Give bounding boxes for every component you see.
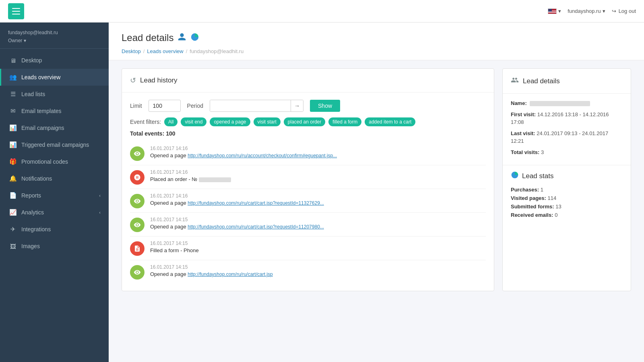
- event-eye-icon: [130, 265, 144, 280]
- sidebar-item-triggered-email-campaigns[interactable]: 📊 Triggered email campaigns: [0, 136, 109, 153]
- lead-stats-body: Purchases: 1 Visited pages: 114 Submitte…: [503, 184, 631, 226]
- main-content: Lead details Desktop / Leads overview /: [109, 23, 644, 362]
- breadcrumb-sep1: /: [143, 48, 145, 54]
- event-eye-icon: [130, 218, 144, 232]
- show-button[interactable]: Show: [310, 100, 340, 112]
- event-link[interactable]: http://fundayshop.com/ru/ru/cart/cart.js…: [188, 200, 324, 206]
- event-eye-icon: [130, 146, 144, 161]
- sidebar-item-integrations[interactable]: ✈ Integrations: [0, 221, 109, 238]
- hamburger-button[interactable]: [8, 3, 24, 19]
- period-arrow-icon[interactable]: →: [291, 100, 303, 111]
- leads-overview-icon: 👥: [9, 74, 17, 81]
- submitted-forms-label: Submitted forms:: [511, 204, 554, 210]
- history-icon: ↺: [130, 76, 136, 85]
- period-input[interactable]: [210, 100, 291, 111]
- event-time: 16.01.2017 14:15: [150, 217, 486, 222]
- event-time: 16.01.2017 14:16: [150, 193, 486, 199]
- event-filters-row: Event filters: All visit end opened a pa…: [130, 117, 486, 126]
- sidebar-item-label-reports: Reports: [21, 192, 41, 199]
- total-visits-value: 3: [541, 149, 544, 155]
- limit-label: Limit: [130, 103, 142, 109]
- desktop-icon: 🖥: [9, 57, 17, 64]
- sidebar-item-analytics[interactable]: 📈 Analytics ‹: [0, 204, 109, 221]
- total-events: Total events: 100: [130, 130, 486, 137]
- breadcrumb-leads-overview[interactable]: Leads overview: [147, 48, 183, 54]
- event-link[interactable]: http://fundayshop.com/ru/ru/account/chec…: [188, 153, 337, 158]
- event-content: 16.01.2017 14:16 Opened a page http://fu…: [150, 193, 486, 206]
- event-eye-icon: [130, 194, 144, 208]
- flag-chevron: ▾: [558, 8, 561, 14]
- sidebar-user-role[interactable]: Owner: [8, 38, 26, 43]
- event-desc: Opened a page http://fundayshop.com/ru/r…: [150, 224, 486, 230]
- lead-first-visit-row: First visit: 14.12.2016 13:18 - 14.12.20…: [511, 111, 623, 126]
- limit-input[interactable]: [149, 100, 181, 112]
- filter-opened-page[interactable]: opened a page: [210, 117, 250, 126]
- page-header: Lead details Desktop / Leads overview /: [109, 23, 644, 60]
- breadcrumb: Desktop / Leads overview / fundayshop@le…: [122, 48, 631, 60]
- integrations-icon: ✈: [9, 226, 17, 233]
- hamburger-line1: [12, 8, 20, 9]
- sidebar-item-notifications[interactable]: 🔔 Notifications: [0, 170, 109, 187]
- sidebar-item-lead-lists[interactable]: ☰ Lead lists: [0, 86, 109, 103]
- lead-history-body: Limit Period → Show Event filters: All: [122, 93, 494, 291]
- total-events-label: Total events:: [130, 130, 164, 137]
- sidebar-item-label-notifications: Notifications: [21, 175, 52, 182]
- lead-details-icon: [511, 76, 519, 86]
- filter-visit-start[interactable]: visit start: [254, 117, 281, 126]
- person-title-icon: [178, 33, 186, 43]
- filter-added-cart[interactable]: added item to a cart: [365, 117, 415, 126]
- sidebar-item-email-campaigns[interactable]: 📊 Email campaigns: [0, 119, 109, 136]
- lead-stats-title: Lead stats: [522, 172, 553, 180]
- event-link[interactable]: http://fundayshop.com/ru/ru/cart/cart.js…: [188, 224, 324, 230]
- visited-pages-row: Visited pages: 114: [511, 195, 623, 201]
- lead-last-visit-row: Last visit: 24.01.2017 09:13 - 24.01.201…: [511, 130, 623, 145]
- event-filters-label: Event filters:: [130, 119, 161, 125]
- images-icon: 🖼: [9, 243, 17, 250]
- navbar-left: [8, 3, 24, 19]
- sidebar-nav: 🖥 Desktop 👥 Leads overview ☰ Lead lists …: [0, 49, 109, 362]
- event-time: 16.01.2017 14:16: [150, 146, 486, 151]
- sidebar-user-section: fundayshop@leadhit.ru Owner: [0, 23, 109, 49]
- sidebar-user-email: fundayshop@leadhit.ru: [8, 30, 101, 35]
- lead-details-header: Lead details: [503, 69, 631, 94]
- user-menu-button[interactable]: fundayshop.ru ▾: [568, 8, 605, 14]
- language-selector[interactable]: ▾: [548, 8, 561, 14]
- lead-details-title: Lead details: [523, 77, 560, 85]
- first-visit-label: First visit:: [511, 111, 536, 117]
- sidebar-item-label-analytics: Analytics: [21, 209, 44, 216]
- triggered-icon: 📊: [9, 141, 17, 148]
- hamburger-line3: [12, 14, 20, 14]
- analytics-chevron-icon: ‹: [99, 210, 101, 215]
- received-emails-row: Received emails: 0: [511, 212, 623, 218]
- sidebar-item-images[interactable]: 🖼 Images: [0, 238, 109, 255]
- breadcrumb-desktop[interactable]: Desktop: [122, 48, 141, 54]
- reports-icon: 📄: [9, 192, 17, 199]
- last-visit-label: Last visit:: [511, 130, 535, 136]
- submitted-forms-value: 13: [555, 204, 561, 210]
- user-email-label: fundayshop.ru: [568, 8, 601, 14]
- filter-all[interactable]: All: [164, 117, 178, 126]
- lead-history-header: ↺ Lead history: [122, 69, 494, 93]
- sidebar-item-label-email-templates: Email templates: [21, 108, 62, 114]
- event-desc: Placed an order - №: [150, 176, 486, 182]
- filter-filled-form[interactable]: filled a form: [328, 117, 361, 126]
- controls-row: Limit Period → Show: [130, 100, 486, 112]
- sidebar-item-leads-overview[interactable]: 👥 Leads overview: [0, 69, 109, 86]
- period-input-wrap: →: [210, 100, 303, 112]
- received-emails-label: Received emails:: [511, 212, 553, 218]
- received-emails-value: 0: [555, 212, 557, 218]
- sidebar-item-label-triggered: Triggered email campaigns: [21, 142, 89, 148]
- sidebar-item-email-templates[interactable]: ✉ Email templates: [0, 103, 109, 119]
- filter-placed-order[interactable]: placed an order: [284, 117, 325, 126]
- sidebar-item-desktop[interactable]: 🖥 Desktop: [0, 52, 109, 69]
- pie-title-icon: [190, 33, 199, 43]
- logout-button[interactable]: ↪ Log out: [612, 8, 636, 14]
- event-link[interactable]: http://fundayshop.com/ru/ru/cart/cart.js…: [188, 272, 272, 277]
- event-item: 16.01.2017 14:16 Opened a page http://fu…: [130, 189, 486, 213]
- filter-visit-end[interactable]: visit end: [181, 117, 206, 126]
- sidebar: fundayshop@leadhit.ru Owner 🖥 Desktop 👥 …: [0, 23, 109, 362]
- name-blurred: [530, 101, 590, 106]
- sidebar-item-reports[interactable]: 📄 Reports ‹: [0, 187, 109, 204]
- sidebar-item-label-lead-lists: Lead lists: [21, 91, 45, 97]
- sidebar-item-promotional-codes[interactable]: 🎁 Promotional codes: [0, 153, 109, 170]
